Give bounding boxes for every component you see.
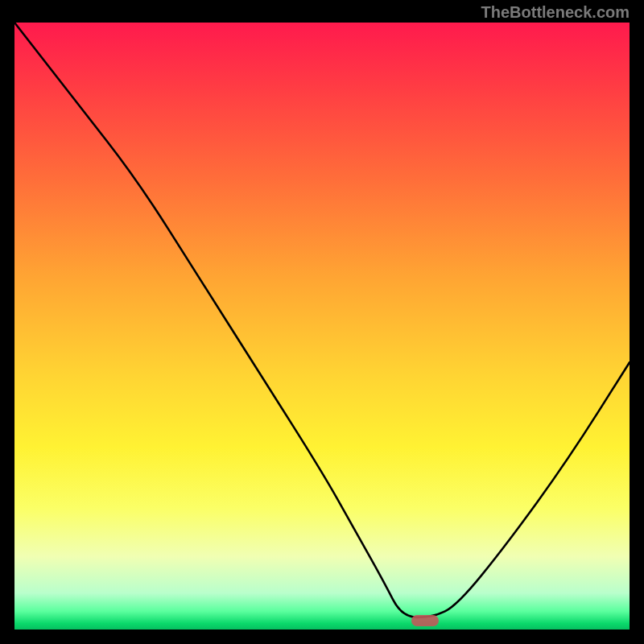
chart-frame: TheBottleneck.com	[0, 0, 644, 644]
plot-area	[14, 23, 630, 630]
optimal-marker	[411, 615, 439, 626]
bottleneck-curve	[14, 23, 630, 617]
curve-svg	[14, 23, 630, 630]
watermark-text: TheBottleneck.com	[481, 3, 630, 22]
